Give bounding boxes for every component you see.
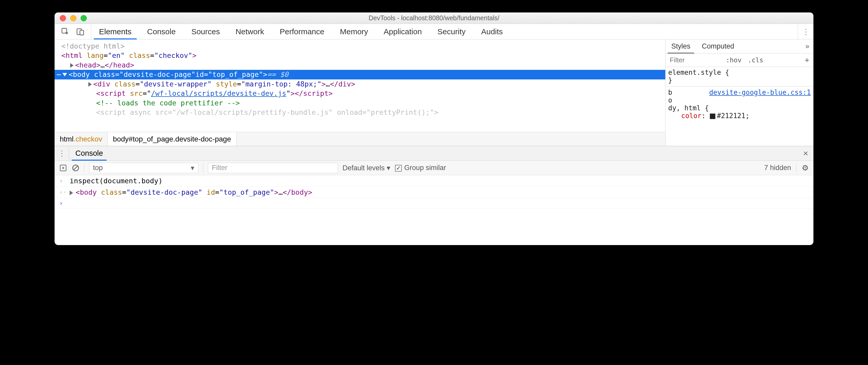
hov-toggle[interactable]: :hov	[723, 56, 745, 64]
breadcrumb-trail: html.checkov body#top_of_page.devsite-do…	[55, 132, 665, 146]
more-tabs-button[interactable]: »	[801, 39, 813, 53]
console-drawer: Console × top▾ Filter Default levels ▾ ✓…	[55, 146, 813, 245]
execute-icon[interactable]	[59, 164, 67, 172]
collapse-icon[interactable]	[62, 73, 67, 76]
styles-filter-input[interactable]	[665, 56, 723, 64]
window-title: DevTools - localhost:8080/web/fundamenta…	[55, 14, 813, 22]
expand-icon[interactable]	[70, 191, 73, 195]
cls-toggle[interactable]: .cls	[745, 56, 766, 64]
tab-elements[interactable]: Elements	[91, 24, 139, 39]
console-output[interactable]: › inspect(document.body) ‹· <body class=…	[55, 175, 813, 209]
svg-rect-2	[80, 30, 84, 35]
svg-line-5	[74, 166, 78, 170]
dom-script2[interactable]: <script async src="/wf-local/scripts/pre…	[55, 108, 665, 117]
drawer-tab-console[interactable]: Console	[69, 146, 109, 160]
tab-console[interactable]: Console	[139, 24, 184, 39]
close-drawer-button[interactable]: ×	[798, 146, 813, 160]
dom-doctype[interactable]: <!doctype html>	[55, 41, 665, 51]
tab-network[interactable]: Network	[228, 24, 272, 39]
tab-application[interactable]: Application	[376, 24, 430, 39]
expand-icon[interactable]	[88, 82, 92, 87]
style-rules[interactable]: element.style { } b devsite-google-blue.…	[665, 67, 813, 121]
computed-tab[interactable]: Computed	[696, 39, 740, 53]
dom-head[interactable]: <head>…</head>	[55, 61, 665, 70]
console-filter-input[interactable]: Filter	[208, 163, 338, 173]
crumb-body[interactable]: body#top_of_page.devsite-doc-page	[107, 132, 237, 146]
context-selector[interactable]: top▾	[89, 163, 198, 173]
titlebar: DevTools - localhost:8080/web/fundamenta…	[55, 12, 813, 24]
inspect-element-icon[interactable]	[61, 27, 70, 36]
drawer-menu-button[interactable]	[55, 146, 69, 160]
kebab-icon	[802, 27, 809, 36]
console-input-line[interactable]: › inspect(document.body)	[55, 175, 813, 187]
elements-panel: <!doctype html> <html lang="en" class="c…	[55, 39, 813, 146]
dom-body-selected[interactable]: ⋯ <body class="devsite-doc-page" id="top…	[55, 70, 665, 79]
log-levels-selector[interactable]: Default levels ▾	[343, 164, 390, 172]
main-toolbar: Elements Console Sources Network Perform…	[55, 24, 813, 39]
styles-tab[interactable]: Styles	[665, 39, 696, 53]
rule-element-style[interactable]: element.style {	[668, 69, 811, 76]
checkbox-checked-icon: ✓	[395, 165, 402, 172]
dom-tree[interactable]: <!doctype html> <html lang="en" class="c…	[55, 39, 665, 146]
console-result-line[interactable]: ‹· <body class="devsite-doc-page" id="to…	[55, 187, 813, 198]
color-swatch[interactable]	[710, 113, 715, 119]
devtools-window: DevTools - localhost:8080/web/fundamenta…	[55, 12, 813, 245]
crumb-html[interactable]: html.checkov	[55, 132, 107, 146]
tab-sources[interactable]: Sources	[184, 24, 228, 39]
dom-comment[interactable]: <!-- loads the code prettifier -->	[55, 98, 665, 108]
tab-audits[interactable]: Audits	[473, 24, 510, 39]
console-toolbar: top▾ Filter Default levels ▾ ✓Group simi…	[55, 161, 813, 175]
console-settings-icon[interactable]: ⚙	[802, 163, 809, 172]
new-style-rule-button[interactable]: +	[800, 56, 813, 65]
dom-script1[interactable]: <script src="/wf-local/scripts/devsite-d…	[55, 89, 665, 98]
clear-console-icon[interactable]	[72, 164, 80, 172]
tab-security[interactable]: Security	[430, 24, 473, 39]
hidden-count[interactable]: 7 hidden	[764, 164, 791, 172]
main-tabs: Elements Console Sources Network Perform…	[91, 24, 511, 39]
tab-performance[interactable]: Performance	[272, 24, 332, 39]
stylesheet-link[interactable]: devsite-google-blue.css:1	[709, 89, 811, 96]
tab-memory[interactable]: Memory	[332, 24, 376, 39]
dom-html[interactable]: <html lang="en" class="checkov">	[55, 51, 665, 60]
main-menu-button[interactable]	[798, 24, 813, 39]
console-prompt[interactable]: ›	[55, 198, 813, 209]
expand-icon[interactable]	[70, 63, 73, 68]
css-declaration[interactable]: color: #212121;	[668, 112, 811, 120]
kebab-icon	[58, 149, 65, 158]
device-toolbar-icon[interactable]	[76, 27, 85, 36]
dom-wrapper[interactable]: <div class="devsite-wrapper" style="marg…	[55, 79, 665, 89]
styles-pane: Styles Computed » :hov .cls + element.st…	[665, 39, 813, 146]
group-similar-toggle[interactable]: ✓Group similar	[395, 164, 446, 172]
